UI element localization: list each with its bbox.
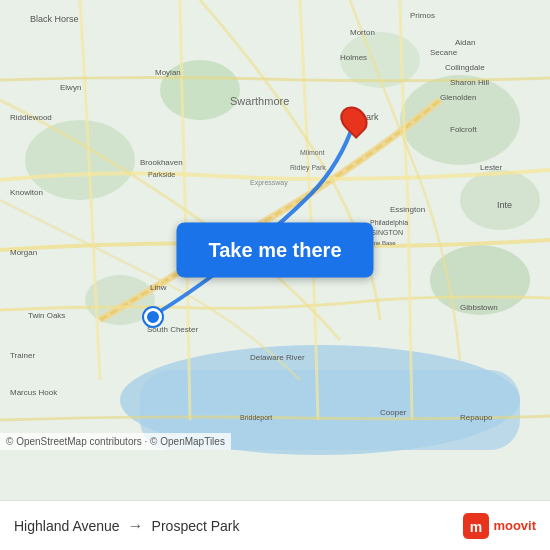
origin-marker <box>144 308 162 326</box>
map-attribution: © OpenStreetMap contributors · © OpenMap… <box>0 433 231 450</box>
svg-text:Brookhaven: Brookhaven <box>140 158 183 167</box>
svg-text:Trainer: Trainer <box>10 351 35 360</box>
footer-bar: Highland Avenue → Prospect Park m moovit <box>0 500 550 550</box>
svg-text:Expressway: Expressway <box>250 179 288 187</box>
svg-text:Secane: Secane <box>430 48 458 57</box>
svg-text:Knowlton: Knowlton <box>10 188 43 197</box>
svg-text:m: m <box>470 519 482 535</box>
moovit-text: moovit <box>493 518 536 533</box>
svg-text:Folcroft: Folcroft <box>450 125 477 134</box>
svg-text:Twin Oaks: Twin Oaks <box>28 311 65 320</box>
svg-text:Milmont: Milmont <box>300 149 325 156</box>
svg-text:Linw: Linw <box>150 283 167 292</box>
moovit-logo: m moovit <box>463 513 536 539</box>
svg-text:Briddeport: Briddeport <box>240 414 272 422</box>
svg-text:Sharon Hill: Sharon Hill <box>450 78 489 87</box>
svg-text:Moylan: Moylan <box>155 68 181 77</box>
svg-text:Collingdale: Collingdale <box>445 63 485 72</box>
svg-text:Black Horse: Black Horse <box>30 14 79 24</box>
take-me-there-button[interactable]: Take me there <box>176 223 373 278</box>
svg-text:Delaware River: Delaware River <box>250 353 305 362</box>
svg-text:Philadelphia: Philadelphia <box>370 219 408 227</box>
svg-text:Primos: Primos <box>410 11 435 20</box>
svg-text:Marcus Hook: Marcus Hook <box>10 388 58 397</box>
arrow-icon: → <box>128 517 144 535</box>
svg-text:Morton: Morton <box>350 28 375 37</box>
svg-text:Glenolden: Glenolden <box>440 93 476 102</box>
svg-text:Elwyn: Elwyn <box>60 83 81 92</box>
svg-text:Inte: Inte <box>497 200 512 210</box>
route-info: Highland Avenue → Prospect Park <box>14 517 240 535</box>
from-label: Highland Avenue <box>14 518 120 534</box>
to-label: Prospect Park <box>152 518 240 534</box>
svg-text:Parkside: Parkside <box>148 171 175 178</box>
svg-text:Morgan: Morgan <box>10 248 37 257</box>
svg-text:Repaupo: Repaupo <box>460 413 493 422</box>
origin-pin <box>144 308 162 326</box>
svg-text:Gibbstown: Gibbstown <box>460 303 498 312</box>
svg-text:Aidan: Aidan <box>455 38 475 47</box>
destination-marker <box>342 105 366 135</box>
attribution-text: © OpenStreetMap contributors · © OpenMap… <box>6 436 225 447</box>
map-container: Swarthmore Black Horse Moylan Elwyn Ridd… <box>0 0 550 500</box>
svg-text:Riddlewood: Riddlewood <box>10 113 52 122</box>
svg-text:Essington: Essington <box>390 205 425 214</box>
svg-text:Ridley Park: Ridley Park <box>290 164 326 172</box>
svg-text:South Chester: South Chester <box>147 325 198 334</box>
svg-text:Holmes: Holmes <box>340 53 367 62</box>
svg-text:Swarthmore: Swarthmore <box>230 95 289 107</box>
svg-text:Cooper: Cooper <box>380 408 407 417</box>
moovit-icon: m <box>463 513 489 539</box>
svg-text:Lester: Lester <box>480 163 503 172</box>
